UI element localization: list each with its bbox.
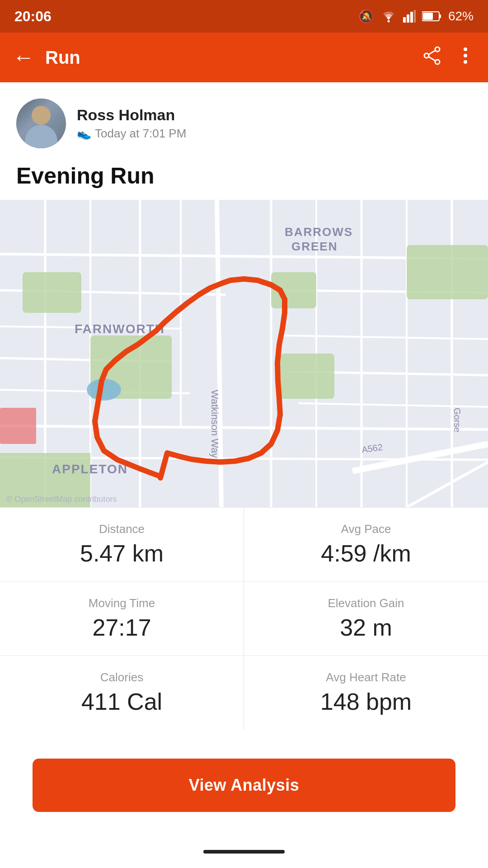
svg-rect-6 [439,14,441,18]
home-indicator [0,843,488,864]
svg-point-8 [435,47,440,52]
toolbar-title: Run [45,47,421,68]
svg-rect-45 [0,408,36,444]
stat-avg-pace-value: 4:59 /km [266,540,466,567]
back-button[interactable]: ← [13,47,34,68]
svg-line-12 [429,57,436,61]
toolbar-actions [421,45,475,71]
stat-heart-rate-label: Avg Heart Rate [266,670,466,684]
svg-point-13 [464,47,467,51]
stat-calories-label: Calories [22,670,222,684]
view-analysis-container: View Analysis [0,730,488,843]
svg-rect-1 [403,17,406,23]
svg-rect-4 [414,10,416,23]
wifi-icon [380,10,397,23]
stat-distance: Distance 5.47 km [0,508,244,582]
svg-point-0 [387,20,389,23]
view-analysis-button[interactable]: View Analysis [33,759,455,812]
profile-name: Ross Holman [77,106,186,124]
stats-grid: Distance 5.47 km Avg Pace 4:59 /km Movin… [0,507,488,730]
stat-elevation-label: Elevation Gain [266,596,466,610]
stat-distance-label: Distance [22,522,222,536]
stat-calories-value: 411 Cal [22,688,222,715]
stat-heart-rate-value: 148 bpm [266,688,466,715]
home-bar [203,850,285,854]
shoe-icon: 👟 [77,127,91,141]
stat-elevation-value: 32 m [266,614,466,641]
svg-rect-38 [23,272,81,313]
share-icon[interactable] [421,45,443,71]
battery-icon [422,11,442,22]
status-icons: 🔕 62% [358,9,474,24]
profile-timestamp: 👟 Today at 7:01 PM [77,127,186,141]
avatar [16,99,66,148]
battery-level: 62% [448,9,474,24]
svg-text:© OpenStreetMap contributors: © OpenStreetMap contributors [6,495,117,504]
svg-rect-42 [280,354,334,399]
stat-moving-time: Moving Time 27:17 [0,582,244,656]
status-bar: 20:06 🔕 62% [0,0,488,33]
svg-rect-7 [423,13,433,20]
more-icon[interactable] [455,46,475,70]
svg-text:Watkinson Way: Watkinson Way [209,390,221,458]
svg-text:Gorse: Gorse [452,408,462,432]
stat-elevation: Elevation Gain 32 m [244,582,488,656]
svg-line-11 [429,50,436,54]
toolbar: ← Run [0,33,488,82]
signal-icon [403,10,416,23]
stat-moving-time-label: Moving Time [22,596,222,610]
stat-calories: Calories 411 Cal [0,656,244,730]
status-time: 20:06 [14,8,52,25]
svg-rect-43 [407,245,488,299]
svg-text:APPLETON: APPLETON [52,462,128,476]
svg-text:GREEN: GREEN [291,240,338,253]
mute-icon: 🔕 [358,9,374,24]
svg-rect-3 [410,12,413,23]
stat-avg-pace: Avg Pace 4:59 /km [244,508,488,582]
stat-avg-pace-label: Avg Pace [266,522,466,536]
stat-heart-rate: Avg Heart Rate 148 bpm [244,656,488,730]
stat-distance-value: 5.47 km [22,540,222,567]
svg-text:BARROWS: BARROWS [285,225,353,239]
profile-info: Ross Holman 👟 Today at 7:01 PM [77,106,186,141]
route-map[interactable]: FARNWORTH BARROWS GREEN APPLETON A562 Wa… [0,200,488,507]
svg-rect-2 [407,14,409,23]
profile-section: Ross Holman 👟 Today at 7:01 PM [0,82,488,159]
stat-moving-time-value: 27:17 [22,614,222,641]
svg-point-10 [435,60,440,64]
svg-point-9 [424,53,429,58]
svg-point-14 [464,54,467,57]
svg-point-15 [464,60,467,64]
activity-title: Evening Run [0,159,488,200]
